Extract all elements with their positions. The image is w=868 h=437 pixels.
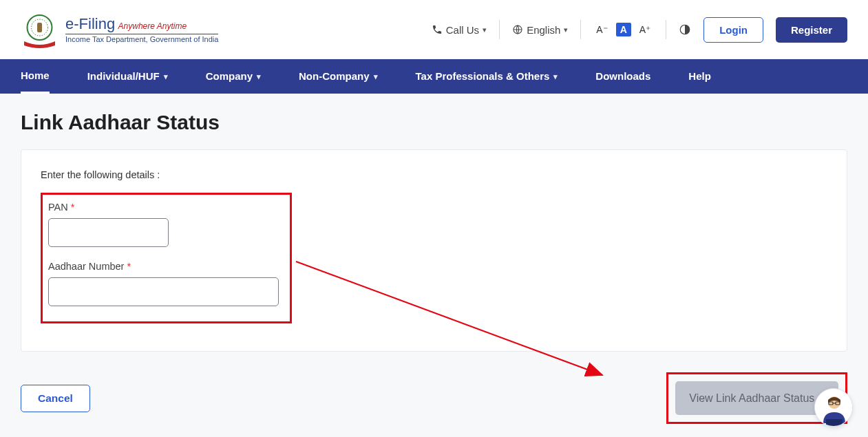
chevron-down-icon <box>564 25 568 34</box>
font-default-button[interactable]: A <box>616 23 631 36</box>
globe-icon <box>512 24 523 35</box>
brand-subtitle: Anywhere Anytime <box>118 21 187 31</box>
required-marker: * <box>71 202 75 213</box>
phone-icon <box>432 24 443 35</box>
form-card: Enter the following details : PAN * Aadh… <box>21 149 847 352</box>
pan-label: PAN * <box>48 202 284 213</box>
chevron-down-icon <box>164 59 168 94</box>
divider <box>666 20 666 39</box>
nav-noncompany[interactable]: Non-Company <box>299 59 378 94</box>
brand-dept: Income Tax Department, Government of Ind… <box>65 34 218 44</box>
highlighted-form-area: PAN * Aadhaar Number * <box>41 193 292 323</box>
divider <box>580 20 581 39</box>
nav-noncompany-label: Non-Company <box>299 59 370 94</box>
aadhaar-label: Aadhaar Number * <box>48 261 284 272</box>
brand-title: e-Filing <box>65 15 115 32</box>
nav-company-label: Company <box>206 59 253 94</box>
chevron-down-icon <box>553 59 558 94</box>
font-size-controls: A⁻ A A⁺ <box>593 23 653 36</box>
register-button[interactable]: Register <box>776 17 847 43</box>
call-us-dropdown[interactable]: Call Us <box>432 24 487 36</box>
svg-rect-2 <box>37 23 42 32</box>
pan-input[interactable] <box>48 218 169 247</box>
chevron-down-icon <box>483 25 487 34</box>
svg-rect-11 <box>826 419 843 426</box>
nav-downloads-label: Downloads <box>595 59 650 94</box>
nav-home-label: Home <box>21 58 50 93</box>
nav-individual[interactable]: Individual/HUF <box>87 59 168 94</box>
font-increase-button[interactable]: A⁺ <box>637 23 653 36</box>
aadhaar-label-text: Aadhaar Number <box>48 261 124 272</box>
view-status-label: View Link Aadhaar Status <box>689 392 814 405</box>
nav-help-label: Help <box>688 59 711 94</box>
chevron-down-icon <box>374 59 378 94</box>
nav-taxpro[interactable]: Tax Professionals & Others <box>416 59 558 94</box>
emblem-logo <box>21 11 59 49</box>
call-us-label: Call Us <box>446 24 479 36</box>
font-decrease-button[interactable]: A⁻ <box>593 23 610 36</box>
chevron-down-icon <box>257 59 261 94</box>
cancel-button[interactable]: Cancel <box>21 385 90 412</box>
nav-taxpro-label: Tax Professionals & Others <box>416 59 550 94</box>
nav-help[interactable]: Help <box>688 59 711 94</box>
page-title: Link Aadhaar Status <box>21 111 847 134</box>
nav-individual-label: Individual/HUF <box>87 59 160 94</box>
avatar-icon <box>815 389 853 427</box>
chat-assistant-button[interactable] <box>814 388 853 427</box>
pan-label-text: PAN <box>48 202 68 213</box>
divider <box>499 20 500 39</box>
aadhaar-input[interactable] <box>48 277 279 306</box>
language-label: English <box>527 24 560 36</box>
required-marker: * <box>127 261 131 272</box>
language-dropdown[interactable]: English <box>512 24 568 36</box>
nav-downloads[interactable]: Downloads <box>595 59 650 94</box>
brand-area[interactable]: e-Filing Anywhere Anytime Income Tax Dep… <box>21 11 218 49</box>
login-button[interactable]: Login <box>703 17 763 43</box>
form-instruction: Enter the following details : <box>41 169 827 180</box>
contrast-toggle[interactable] <box>679 23 691 36</box>
contrast-icon <box>679 23 691 36</box>
nav-home[interactable]: Home <box>21 59 50 94</box>
nav-company[interactable]: Company <box>206 59 261 94</box>
